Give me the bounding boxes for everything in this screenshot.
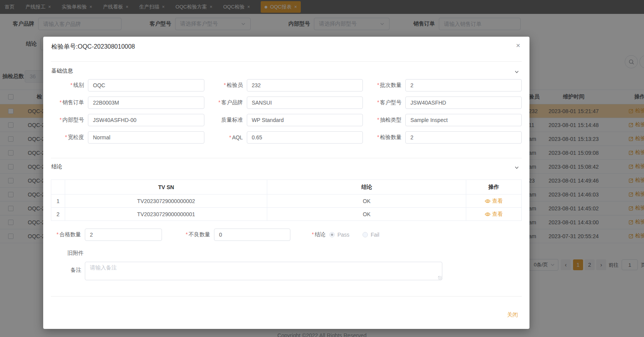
field-strictness: *宽松度 — [51, 131, 204, 144]
ops-column-header: 操作 — [466, 180, 522, 195]
sn-table-row: 1 TV20230729000000002 OK 查看 — [51, 195, 522, 208]
radio-fail-label: Fail — [371, 232, 379, 238]
internal-model-input[interactable] — [88, 114, 204, 126]
inspect-qty-input[interactable] — [405, 131, 522, 144]
modal-title: 检验单号:OQC-202308010008 — [51, 43, 135, 51]
required-mark: * — [57, 231, 59, 237]
eye-icon — [485, 199, 491, 203]
field-inspect-qty: *检验数量 — [368, 131, 522, 144]
field-label: 线别 — [73, 82, 84, 88]
qualified-qty-input[interactable] — [85, 229, 162, 241]
field-label: 客户型号 — [380, 99, 401, 105]
field-label: 客户品牌 — [221, 99, 243, 105]
field-label: 不良数量 — [189, 231, 210, 237]
field-line: *线别 — [51, 79, 204, 91]
field-label: 检验员 — [227, 82, 243, 88]
view-link[interactable]: 查看 — [485, 211, 503, 218]
field-quality-standard: 质量标准 — [210, 114, 363, 126]
line-input[interactable] — [88, 79, 204, 91]
field-label: 抽检类型 — [380, 117, 401, 123]
radio-pass[interactable]: Pass — [329, 232, 349, 238]
required-mark: * — [377, 117, 379, 123]
aql-input[interactable] — [247, 131, 363, 144]
required-mark: * — [60, 117, 62, 123]
field-qualified-qty: *合格数量 — [51, 229, 162, 241]
required-mark: * — [186, 231, 188, 237]
divider — [51, 296, 522, 296]
index-column-header — [51, 180, 65, 195]
customer-model-input[interactable] — [405, 97, 522, 109]
required-mark: * — [377, 99, 379, 105]
view-link-label: 查看 — [492, 198, 503, 205]
app-root: 首页 产线报工× 实验单检验× 产线看板× 生产扫描× OQC检验方案× OQC… — [0, 0, 644, 337]
sn-table-header: TV SN 结论 操作 — [51, 180, 522, 195]
required-mark: * — [377, 82, 379, 88]
sample-type-input[interactable] — [405, 114, 522, 126]
field-label: 质量标准 — [221, 117, 243, 123]
tv-sn-cell: TV20230729000000001 — [65, 208, 267, 221]
required-mark: * — [377, 134, 379, 140]
result-column-header: 结论 — [267, 180, 466, 195]
divider — [51, 158, 522, 158]
required-mark: * — [218, 99, 220, 105]
customer-brand-input[interactable] — [247, 97, 363, 109]
view-link-label: 查看 — [492, 211, 503, 218]
textarea-resize-handle[interactable] — [438, 276, 442, 280]
view-link[interactable]: 查看 — [485, 198, 503, 205]
required-mark: * — [60, 99, 62, 105]
field-label: 宽松度 — [68, 134, 84, 140]
radio-pass-label: Pass — [337, 232, 349, 238]
required-mark: * — [71, 82, 72, 88]
strictness-input[interactable] — [88, 131, 204, 144]
old-attachment-label: 旧附件 — [67, 250, 84, 257]
field-customer-model: *客户型号 — [368, 97, 522, 109]
field-label: 销售订单 — [62, 99, 84, 105]
field-inspector: *检验员 — [210, 79, 363, 91]
required-mark: * — [229, 134, 231, 141]
summary-row: *合格数量 *不良数量 *结论 Pass Fail — [51, 229, 522, 241]
field-label: 检验数量 — [380, 134, 401, 140]
field-label: 结论 — [315, 231, 325, 237]
quality-standard-input[interactable] — [247, 114, 363, 126]
radio-fail[interactable]: Fail — [362, 232, 379, 238]
field-batch-qty: *批次数量 — [368, 79, 522, 91]
required-mark: * — [65, 134, 67, 140]
defect-qty-input[interactable] — [214, 229, 290, 241]
field-sales-order: *销售订单 — [51, 97, 204, 109]
conclusion-section-title: 结论 — [51, 163, 62, 170]
inspector-input[interactable] — [247, 79, 363, 91]
sn-table-row: 2 TV20230729000000001 OK 查看 — [51, 208, 522, 221]
close-button[interactable]: 关闭 — [507, 312, 518, 318]
result-cell: OK — [267, 208, 466, 221]
collapse-chevron-icon[interactable] — [514, 165, 519, 170]
field-sample-type: *抽检类型 — [368, 114, 522, 126]
remark-textarea[interactable] — [85, 262, 442, 280]
required-mark: * — [224, 82, 226, 88]
sales-order-input[interactable] — [88, 97, 204, 109]
field-customer-brand: *客户品牌 — [210, 97, 363, 109]
field-internal-model: *内部型号 — [51, 114, 204, 126]
batch-qty-input[interactable] — [405, 79, 522, 91]
tv-sn-cell: TV20230729000000002 — [65, 195, 267, 208]
row-index: 1 — [51, 195, 65, 208]
row-index: 2 — [51, 208, 65, 221]
field-label: 内部型号 — [62, 117, 84, 123]
eye-icon — [485, 212, 491, 217]
radio-pass-dot[interactable] — [329, 232, 335, 237]
field-label: 批次数量 — [380, 82, 401, 88]
required-mark: * — [312, 231, 314, 237]
sn-column-header: TV SN — [65, 180, 267, 195]
result-cell: OK — [267, 195, 466, 208]
remark-label: 备注 — [71, 267, 81, 274]
field-conclusion-radio: *结论 Pass Fail — [302, 229, 393, 241]
field-label: 合格数量 — [59, 231, 81, 237]
inspection-detail-modal: 检验单号:OQC-202308010008 × 基础信息 *线别 *检验员 *批… — [43, 37, 529, 329]
field-defect-qty: *不良数量 — [181, 229, 290, 241]
field-label: AQL — [232, 134, 243, 141]
modal-close-icon[interactable]: × — [516, 41, 520, 50]
sn-result-table: TV SN 结论 操作 1 TV20230729000000002 OK 查看 … — [51, 180, 522, 221]
divider — [51, 61, 522, 62]
collapse-chevron-icon[interactable] — [514, 69, 519, 75]
basic-info-form: *线别 *检验员 *批次数量 *销售订单 *客户品牌 *客户型号 *内部型号 质… — [51, 79, 522, 144]
radio-fail-dot[interactable] — [362, 232, 368, 237]
